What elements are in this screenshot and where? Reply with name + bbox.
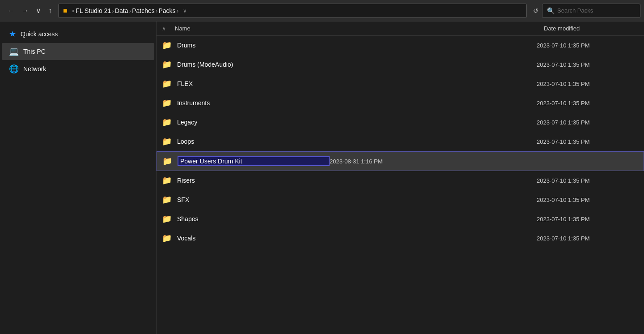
folder-icon: 📁 [162, 233, 172, 243]
nav-bar: ← → ∨ ↑ ■ « FL Studio 21 › Data › Patche… [0, 0, 644, 21]
this-pc-icon: 💻 [9, 47, 19, 56]
search-icon: 🔍 [547, 7, 555, 14]
folder-icon: 📁 [162, 176, 172, 185]
file-date: 2023-07-10 1:35 PM [537, 138, 644, 145]
file-date: 2023-07-10 1:35 PM [537, 177, 644, 184]
folder-icon: 📁 [162, 195, 172, 205]
file-area: ∧ Name Date modified 📁Drums2023-07-10 1:… [157, 21, 644, 334]
sidebar-item-network[interactable]: 🌐 Network [2, 60, 154, 77]
breadcrumb-segment-4[interactable]: Packs [158, 7, 175, 14]
file-row[interactable]: 📁Drums2023-07-10 1:35 PM [157, 36, 644, 55]
file-name-label: Risers [177, 177, 537, 184]
file-name-label: Legacy [177, 119, 537, 126]
search-area: 🔍 [542, 4, 640, 18]
breadcrumb-segment-1[interactable]: FL Studio 21 [76, 7, 111, 14]
network-icon: 🌐 [9, 64, 19, 74]
file-row[interactable]: 📁Vocals2023-07-10 1:35 PM [157, 229, 644, 248]
sidebar-label-this-pc: This PC [23, 48, 46, 55]
folder-icon: 📁 [162, 117, 172, 127]
file-row[interactable]: 📁Loops2023-07-10 1:35 PM [157, 132, 644, 151]
up-button[interactable]: ↑ [45, 5, 55, 17]
col-date-header[interactable]: Date modified [537, 25, 644, 32]
breadcrumb-chevron: « [72, 8, 75, 14]
file-name-label: SFX [177, 196, 537, 203]
breadcrumb-dropdown-button[interactable]: ∨ [181, 7, 189, 15]
search-input[interactable] [557, 7, 636, 14]
breadcrumb[interactable]: ■ « FL Studio 21 › Data › Patches › Pack… [58, 4, 527, 18]
file-name-label: Drums [177, 42, 537, 49]
col-name-header[interactable]: Name [171, 25, 537, 32]
folder-icon: 📁 [162, 60, 172, 69]
file-date: 2023-07-10 1:35 PM [537, 61, 644, 68]
sidebar-label-quick-access: Quick access [21, 30, 58, 38]
breadcrumb-segment-3[interactable]: Patches [132, 7, 155, 14]
folder-icon: 📁 [162, 79, 172, 89]
column-headers: ∧ Name Date modified [157, 21, 644, 36]
file-date: 2023-07-10 1:35 PM [537, 235, 644, 242]
file-date: 2023-08-31 1:16 PM [330, 158, 437, 165]
folder-icon: ■ [63, 7, 68, 15]
file-date: 2023-07-10 1:35 PM [537, 216, 644, 223]
breadcrumb-segment-2[interactable]: Data [115, 7, 128, 14]
dropdown-recent-button[interactable]: ∨ [32, 4, 45, 17]
file-name-edit[interactable] [178, 156, 330, 166]
file-rows: 📁Drums2023-07-10 1:35 PM📁Drums (ModeAudi… [157, 36, 644, 334]
folder-icon: 📁 [162, 156, 172, 166]
file-row[interactable]: 📁Risers2023-07-10 1:35 PM [157, 171, 644, 190]
file-name-label: Loops [177, 138, 537, 145]
file-date: 2023-07-10 1:35 PM [537, 119, 644, 126]
folder-icon: 📁 [162, 98, 172, 108]
back-button[interactable]: ← [4, 5, 18, 17]
file-row[interactable]: 📁FLEX2023-07-10 1:35 PM [157, 74, 644, 94]
file-row[interactable]: 📁SFX2023-07-10 1:35 PM [157, 190, 644, 210]
file-date: 2023-07-10 1:35 PM [537, 197, 644, 203]
file-date: 2023-07-10 1:35 PM [537, 81, 644, 87]
file-date: 2023-07-10 1:35 PM [537, 100, 644, 107]
breadcrumb-sep-4: › [177, 7, 179, 14]
file-name-label: Drums (ModeAudio) [177, 61, 537, 68]
file-date: 2023-07-10 1:35 PM [537, 42, 644, 49]
sidebar-item-quick-access[interactable]: ★ Quick access [2, 26, 154, 43]
file-row[interactable]: 📁Drums (ModeAudio)2023-07-10 1:35 PM [157, 55, 644, 74]
breadcrumb-sep-1: › [112, 7, 114, 14]
forward-button[interactable]: → [18, 5, 32, 17]
file-name-label: Instruments [177, 99, 537, 107]
sidebar-item-this-pc[interactable]: 💻 This PC [2, 43, 154, 60]
file-name-label: Shapes [177, 215, 537, 223]
sidebar: ★ Quick access 💻 This PC 🌐 Network [0, 21, 157, 334]
main-area: ★ Quick access 💻 This PC 🌐 Network ∧ Nam… [0, 21, 644, 334]
breadcrumb-sep-2: › [129, 7, 131, 14]
up-arrow-indicator[interactable]: ∧ [157, 26, 171, 32]
folder-icon: 📁 [162, 137, 172, 146]
file-name-label: Vocals [177, 235, 537, 242]
folder-icon: 📁 [162, 40, 172, 50]
folder-icon: 📁 [162, 214, 172, 224]
file-name-label: FLEX [177, 80, 537, 87]
quick-access-icon: ★ [9, 29, 16, 39]
file-row[interactable]: 📁Instruments2023-07-10 1:35 PM [157, 94, 644, 113]
file-row[interactable]: 📁Legacy2023-07-10 1:35 PM [157, 113, 644, 132]
sidebar-label-network: Network [23, 65, 46, 73]
file-row[interactable]: 📁Shapes2023-07-10 1:35 PM [157, 210, 644, 229]
file-row[interactable]: 📁2023-08-31 1:16 PM [157, 151, 644, 171]
refresh-button[interactable]: ↺ [530, 5, 542, 16]
breadcrumb-sep-3: › [156, 7, 158, 14]
